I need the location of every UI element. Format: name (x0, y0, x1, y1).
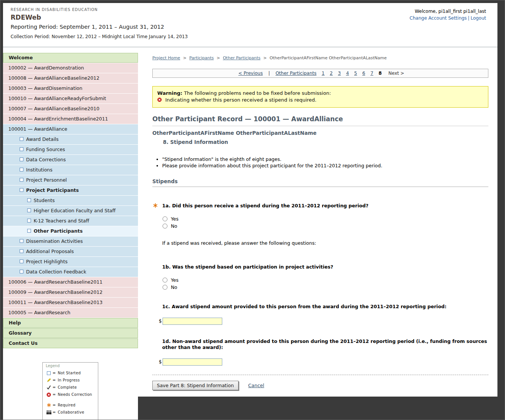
sidebar-item-100004-awardenrichmentbaseline2011[interactable]: 100004 — AwardEnrichmentBaseline2011 (3, 114, 138, 124)
save-button[interactable]: Save Part 8: Stipend Information (152, 381, 239, 390)
page-7-link[interactable]: 7 (370, 71, 373, 76)
question-1d: 1d. Non-award stipend amount provided to… (152, 338, 487, 351)
question-1a: 1a. Did this person receive a stipend du… (152, 203, 487, 209)
error-icon (157, 97, 162, 102)
sidebar-item-project-participants[interactable]: Project Participants (3, 185, 138, 195)
sidebar-item-label: 100009 — AwardResearchBaseline2012 (8, 289, 102, 295)
breadcrumb-link-project-home[interactable]: Project Home (152, 56, 180, 60)
sidebar-item-label: Project Participants (26, 187, 79, 193)
sidebar-item-label: 100006 — AwardResearchBaseline2011 (8, 279, 102, 285)
sidebar-item-label: 100003 — AwardDissemination (8, 85, 82, 91)
page-5-link[interactable]: 5 (354, 71, 357, 76)
page-3-link[interactable]: 3 (338, 71, 341, 76)
legend-equals: = (53, 378, 56, 382)
sidebar-item-award-details[interactable]: Award Details (3, 134, 138, 144)
change-account-settings-link[interactable]: Change Account Settings (410, 15, 467, 21)
not-started-checkbox-icon (27, 208, 31, 212)
legend: Legend = Not Started = In Progress (42, 362, 98, 420)
previous-page-link[interactable]: < Previous (239, 71, 263, 76)
sidebar-item-100008-awardalliancebaseline2012[interactable]: 100008 — AwardAllianceBaseline2012 (3, 73, 138, 83)
radio-label: No (171, 284, 177, 290)
breadcrumb-link-other-participants[interactable]: Other Participants (223, 56, 260, 60)
participation-no-radio[interactable] (163, 285, 167, 290)
sidebar-item-100006-awardresearchbaseline2011[interactable]: 100006 — AwardResearchBaseline2011 (3, 277, 138, 287)
logout-link[interactable]: Logout (471, 15, 486, 21)
stipend-received-no-option[interactable]: No (163, 222, 488, 230)
not-started-checkbox-icon (20, 178, 23, 182)
conditional-note: If a stipend was received, please answer… (152, 240, 488, 246)
sidebar-item-data-corrections[interactable]: Data Corrections (3, 155, 138, 165)
currency-symbol: $ (159, 359, 162, 364)
not-started-checkbox-icon (20, 249, 23, 253)
sidebar-item-label: Other Participants (34, 228, 83, 234)
breadcrumb-separator: > (217, 56, 220, 60)
sidebar-item-glossary[interactable]: Glossary (3, 328, 138, 338)
other-participants-link[interactable]: Other Participants (276, 71, 316, 76)
form-divider (152, 375, 488, 375)
not-started-checkbox-icon (20, 270, 23, 273)
award-stipend-amount-input[interactable] (163, 318, 222, 325)
sidebar-item-contact-us[interactable]: Contact Us (3, 338, 138, 348)
sidebar-item-label: Funding Sources (26, 147, 65, 152)
sidebar-item-welcome[interactable]: Welcome (3, 53, 138, 63)
page-2-link[interactable]: 2 (330, 71, 333, 76)
question-1c: 1c. Award stipend amount provided to thi… (152, 304, 487, 310)
form-actions: Save Part 8: Stipend Information Cancel (152, 381, 488, 390)
participation-no-option[interactable]: No (163, 284, 488, 291)
stipend-received-yes-radio[interactable] (163, 216, 167, 221)
breadcrumb-link-participants[interactable]: Participants (189, 56, 214, 60)
sidebar-nav: Welcome100002 — AwardDemonstration100008… (3, 47, 138, 420)
warning-banner: Warning: The following problems need to … (152, 86, 488, 108)
sidebar-item-100010-awardalliancereadyforsubmit[interactable]: 100010 — AwardAllianceReadyForSubmit (3, 94, 138, 103)
question-1c-block: 1c. Award stipend amount provided to thi… (152, 304, 488, 325)
sidebar-item-data-collection-feedback[interactable]: Data Collection Feedback (3, 267, 138, 277)
collaborative-icon (46, 410, 52, 415)
sidebar-item-higher-education-faculty-and-staff[interactable]: Higher Education Faculty and Staff (3, 206, 138, 216)
sidebar-item-label: 100011 — AwardResearchBaseline2013 (8, 300, 102, 305)
sidebar-item-100009-awardresearchbaseline2012[interactable]: 100009 — AwardResearchBaseline2012 (3, 287, 138, 297)
sidebar-item-100001-awardalliance[interactable]: 100001 — AwardAlliance (3, 124, 138, 134)
sidebar-item-k-12-teachers-and-staff[interactable]: K-12 Teachers and Staff (3, 216, 138, 226)
org-name: RESEARCH IN DISABILITIES EDUCATION (11, 8, 188, 12)
stipend-received-no-radio[interactable] (163, 224, 167, 229)
not-started-checkbox-icon (27, 229, 31, 233)
sidebar-item-dissemination-activities[interactable]: Dissemination Activities (3, 236, 138, 246)
not-started-checkbox-icon (20, 147, 23, 151)
required-icon (153, 203, 158, 208)
sidebar-item-project-highlights[interactable]: Project Highlights (3, 257, 138, 267)
sidebar-items: Welcome100002 — AwardDemonstration100008… (3, 53, 138, 348)
page-4-link[interactable]: 4 (346, 71, 349, 76)
sidebar-item-funding-sources[interactable]: Funding Sources (3, 145, 138, 154)
sidebar-item-label: Higher Education Faculty and Staff (34, 208, 116, 213)
welcome-user: Welcome, pi1all_first pi1all_last (410, 9, 486, 14)
stipend-received-yes-option[interactable]: Yes (163, 215, 488, 222)
cancel-link[interactable]: Cancel (248, 383, 264, 388)
page-1-link[interactable]: 1 (322, 71, 325, 76)
sidebar-item-project-personnel[interactable]: Project Personnel (3, 175, 138, 185)
sidebar-item-100005-awardresearch[interactable]: 100005 — AwardResearch (3, 308, 138, 318)
stipends-section-title: Stipends (152, 178, 488, 184)
sidebar-item-students[interactable]: Students (3, 196, 138, 205)
sidebar-item-100002-awarddemonstration[interactable]: 100002 — AwardDemonstration (3, 63, 138, 73)
sidebar-item-institutions[interactable]: Institutions (3, 165, 138, 175)
participation-yes-option[interactable]: Yes (163, 276, 488, 284)
sidebar-item-other-participants[interactable]: Other Participants (3, 226, 138, 236)
header-right: Welcome, pi1all_first pi1all_last Change… (410, 8, 491, 42)
question-1b-block: 1b. Was the stipend based on participati… (152, 264, 488, 291)
sidebar-item-100007-awardalliancebaseline2010[interactable]: 100007 — AwardAllianceBaseline2010 (3, 104, 138, 114)
not-started-checkbox-icon (20, 158, 23, 161)
non-award-stipend-amount-input[interactable] (163, 358, 222, 366)
sidebar-item-label: 100008 — AwardAllianceBaseline2012 (8, 75, 99, 81)
pagination-divider: | (268, 71, 270, 76)
pagination-bar: < Previous | Other Participants 1 2 3 4 … (152, 69, 488, 78)
participation-yes-radio[interactable] (163, 278, 167, 283)
sidebar-item-help[interactable]: Help (3, 318, 138, 328)
breadcrumb: Project Home > Participants > Other Part… (152, 56, 488, 60)
sidebar-item-100003-awarddissemination[interactable]: 100003 — AwardDissemination (3, 83, 138, 93)
sidebar-item-label: Welcome (9, 55, 33, 60)
page-6-link[interactable]: 6 (362, 71, 365, 76)
sidebar-item-label: Award Details (26, 136, 59, 142)
sidebar-item-100011-awardresearchbaseline2013[interactable]: 100011 — AwardResearchBaseline2013 (3, 298, 138, 307)
header-link-separator: | (468, 15, 469, 21)
sidebar-item-additional-proposals[interactable]: Additional Proposals (3, 247, 138, 256)
